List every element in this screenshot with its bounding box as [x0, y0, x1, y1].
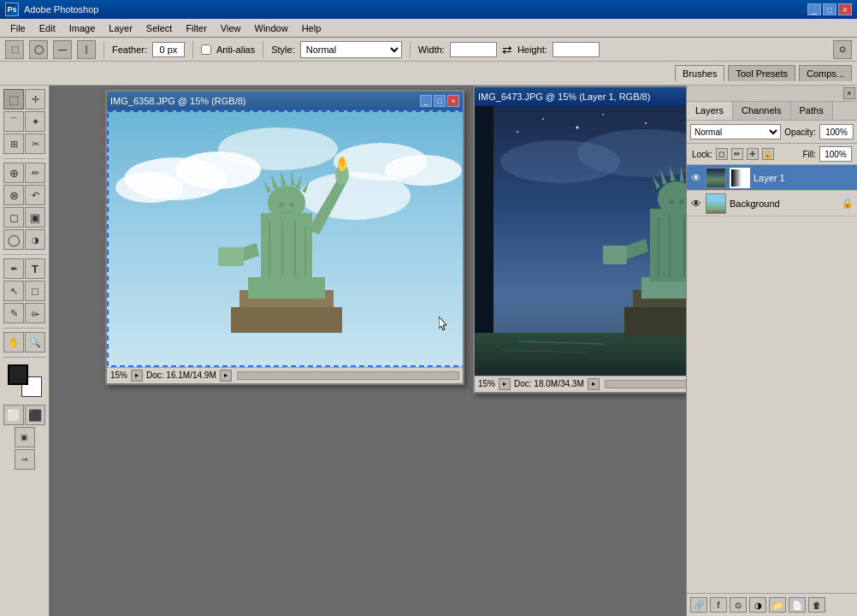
menu-image[interactable]: Image: [62, 21, 103, 35]
tab-paths[interactable]: Paths: [791, 102, 833, 120]
doc1-title-bar[interactable]: IMG_6358.JPG @ 15% (RGB/8) _ □ ×: [107, 92, 463, 110]
comps-panel-tab[interactable]: Comps...: [799, 65, 852, 81]
quick-mask-icon[interactable]: ⊙: [833, 40, 852, 59]
tool-group-eraser: ◻ ▣: [3, 207, 45, 228]
move-tool[interactable]: ✛: [25, 89, 45, 110]
tool-presets-panel-tab[interactable]: Tool Presets: [728, 65, 795, 81]
pen-tool[interactable]: ✒: [3, 258, 24, 279]
doc1-nav-btn[interactable]: ▸: [220, 370, 232, 382]
tab-layers[interactable]: Layers: [687, 102, 733, 120]
document-window-1[interactable]: IMG_6358.JPG @ 15% (RGB/8) _ □ ×: [105, 90, 464, 385]
maximize-button[interactable]: □: [823, 3, 836, 15]
jump-to-ir-btn[interactable]: ⇒: [15, 449, 35, 470]
clone-stamp-tool[interactable]: ⊗: [3, 185, 24, 205]
bg-visibility[interactable]: 👁: [690, 198, 702, 210]
rectangle-tool[interactable]: □: [25, 281, 45, 301]
height-input[interactable]: [553, 42, 600, 57]
doc2-doc-size: Doc: 18.0M/34.3M: [514, 379, 584, 388]
new-layer-btn[interactable]: 📄: [789, 597, 806, 613]
lock-image-btn[interactable]: ✏: [731, 148, 743, 160]
layer-item-1[interactable]: 👁 Layer 1: [687, 165, 857, 191]
link-layers-btn[interactable]: 🔗: [690, 597, 707, 613]
adjustment-layer-btn[interactable]: ◑: [749, 597, 766, 613]
svg-point-31: [517, 131, 518, 133]
opacity-input[interactable]: [819, 124, 854, 139]
standard-mode-btn[interactable]: ⬜: [3, 405, 24, 425]
doc2-zoom-btn[interactable]: ▸: [499, 378, 511, 390]
dodge-tool[interactable]: ◯: [3, 229, 24, 250]
menu-layer[interactable]: Layer: [102, 21, 139, 35]
brushes-panel-tab[interactable]: Brushes: [675, 65, 724, 81]
heal-tool[interactable]: ⊕: [3, 163, 24, 183]
doc2-scrollbar[interactable]: [605, 380, 686, 388]
text-tool[interactable]: T: [25, 258, 45, 279]
marquee-row-icon[interactable]: —: [53, 40, 72, 59]
hand-tool[interactable]: ✋: [3, 332, 24, 352]
marquee-tool[interactable]: ⬚: [3, 89, 24, 110]
style-select[interactable]: Normal Fixed Aspect Ratio Fixed Size: [300, 41, 402, 58]
eyedropper-tool[interactable]: ⌲: [25, 303, 45, 323]
tab-channels[interactable]: Channels: [733, 102, 790, 120]
swap-wh-icon[interactable]: ⇄: [502, 43, 512, 56]
menu-filter[interactable]: Filter: [179, 21, 213, 35]
lock-position-btn[interactable]: ✛: [747, 148, 759, 160]
doc1-zoom-btn[interactable]: ▸: [131, 370, 143, 382]
doc1-minimize[interactable]: _: [420, 95, 432, 107]
path-select-tool[interactable]: ↖: [3, 281, 24, 301]
eraser-tool[interactable]: ◻: [3, 207, 24, 228]
close-button[interactable]: ×: [838, 3, 852, 15]
doc1-scrollbar[interactable]: [237, 371, 459, 380]
doc1-maximize[interactable]: □: [434, 95, 446, 107]
quick-mask-btn[interactable]: ⬛: [25, 405, 45, 425]
layer-style-btn[interactable]: f: [710, 597, 727, 613]
magic-wand-tool[interactable]: ✦: [25, 111, 45, 132]
menu-edit[interactable]: Edit: [33, 21, 62, 35]
blend-mode-select[interactable]: Normal Dissolve Multiply Screen Overlay: [690, 124, 781, 139]
document-window-2[interactable]: IMG_6473.JPG @ 15% (Layer 1, RGB/8) _ □ …: [473, 86, 686, 394]
main-layout: ⬚ ✛ ⌒ ✦ ⊞ ✂ ⊕ ✏ ⊗ ↶ ◻ ▣ ◯ ◑ ✒: [0, 86, 857, 616]
width-input[interactable]: [450, 42, 497, 57]
menu-help[interactable]: Help: [295, 21, 328, 35]
new-group-btn[interactable]: 📁: [769, 597, 786, 613]
doc1-close[interactable]: ×: [447, 95, 459, 107]
svg-point-18: [340, 157, 345, 167]
panel-close-btn[interactable]: ×: [843, 87, 855, 99]
feather-input[interactable]: [152, 42, 185, 57]
notes-tool[interactable]: ✎: [3, 303, 24, 323]
foreground-color-swatch[interactable]: [8, 364, 28, 385]
fill-input[interactable]: [819, 146, 852, 162]
color-swatches: [8, 364, 42, 397]
marquee-col-icon[interactable]: |: [77, 40, 96, 59]
layer1-mask-thumbnail: [730, 168, 750, 188]
minimize-button[interactable]: _: [807, 3, 821, 15]
delete-layer-btn[interactable]: 🗑: [808, 597, 825, 613]
menu-select[interactable]: Select: [139, 21, 180, 35]
marquee-rect-icon[interactable]: ⬚: [5, 40, 24, 59]
menu-view[interactable]: View: [214, 21, 248, 35]
doc1-doc-size: Doc: 16.1M/14.9M: [146, 370, 216, 380]
marquee-ellip-icon[interactable]: ◯: [29, 40, 48, 59]
doc1-canvas: [107, 110, 463, 367]
layers-panel: × Layers Channels Paths Normal Dissolve …: [686, 86, 857, 616]
add-mask-btn[interactable]: ⊙: [730, 597, 747, 613]
layer-item-background[interactable]: 👁 Background 🔒: [687, 191, 857, 216]
doc2-title-bar[interactable]: IMG_6473.JPG @ 15% (Layer 1, RGB/8) _ □ …: [475, 87, 686, 106]
canvas-area[interactable]: IMG_6358.JPG @ 15% (RGB/8) _ □ ×: [50, 86, 686, 616]
menu-file[interactable]: File: [3, 21, 33, 35]
history-brush-tool[interactable]: ↶: [25, 185, 45, 205]
menu-window[interactable]: Window: [248, 21, 295, 35]
toolbox: ⬚ ✛ ⌒ ✦ ⊞ ✂ ⊕ ✏ ⊗ ↶ ◻ ▣ ◯ ◑ ✒: [0, 86, 50, 616]
burn-tool[interactable]: ◑: [25, 229, 45, 250]
lock-all-btn[interactable]: 🔒: [762, 148, 774, 160]
lock-transparent-btn[interactable]: ◻: [716, 148, 728, 160]
anti-alias-checkbox[interactable]: [201, 44, 211, 55]
zoom-tool[interactable]: 🔍: [25, 332, 45, 352]
brush-tool[interactable]: ✏: [25, 163, 45, 183]
layer1-visibility[interactable]: 👁: [690, 172, 702, 184]
lasso-tool[interactable]: ⌒: [3, 111, 24, 132]
screen-mode-btn[interactable]: ▣: [15, 427, 35, 447]
gradient-tool[interactable]: ▣: [25, 207, 45, 228]
crop-tool[interactable]: ⊞: [3, 133, 24, 154]
doc2-nav-btn[interactable]: ▸: [588, 378, 600, 390]
slice-tool[interactable]: ✂: [25, 133, 45, 154]
